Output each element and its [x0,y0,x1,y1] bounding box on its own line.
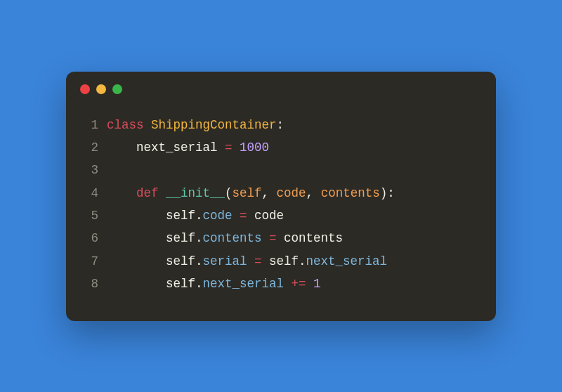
maximize-icon[interactable] [112,84,122,94]
line-number: 3 [83,159,98,181]
line-number: 8 [83,273,98,295]
line-content [107,159,115,181]
code-line: 7 self.serial = self.next_serial [83,250,479,273]
line-number: 1 [83,114,98,136]
code-line: 4 def __init__(self, code, contents): [83,182,479,204]
line-content: self.code = code [107,204,284,227]
code-line: 1class ShippingContainer: [83,114,479,136]
code-window: 1class ShippingContainer:2 next_serial =… [66,72,496,321]
line-content: self.serial = self.next_serial [107,250,387,273]
code-line: 2 next_serial = 1000 [83,136,479,159]
line-content: next_serial = 1000 [107,136,269,159]
line-number: 6 [83,227,98,249]
line-content: def __init__(self, code, contents): [107,182,395,204]
line-number: 5 [83,204,98,227]
code-line: 3 [83,159,479,181]
code-line: 5 self.code = code [83,204,479,227]
line-content: self.next_serial += 1 [107,273,321,295]
line-number: 7 [83,250,98,273]
code-line: 6 self.contents = contents [83,227,479,249]
window-titlebar [66,72,496,101]
line-content: class ShippingContainer: [107,114,284,136]
line-number: 4 [83,182,98,204]
code-editor[interactable]: 1class ShippingContainer:2 next_serial =… [66,101,496,321]
line-number: 2 [83,136,98,159]
line-content: self.contents = contents [107,227,343,249]
code-line: 8 self.next_serial += 1 [83,273,479,295]
minimize-icon[interactable] [96,84,106,94]
close-icon[interactable] [80,84,90,94]
